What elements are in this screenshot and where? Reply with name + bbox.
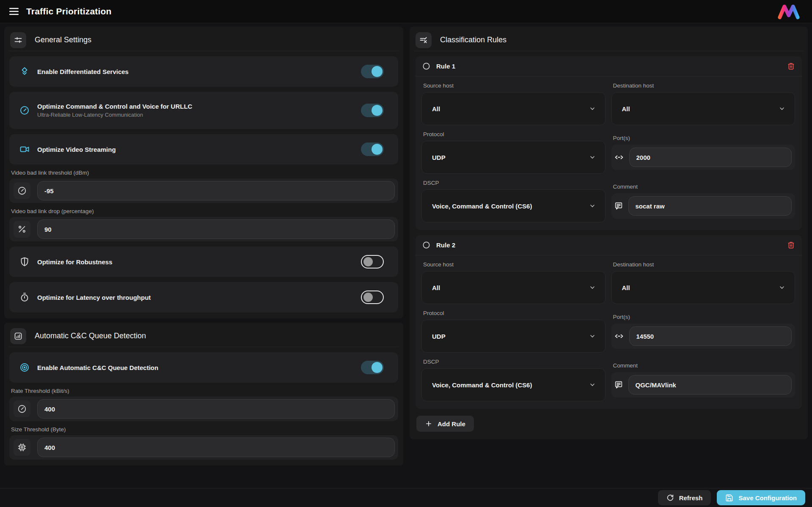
setting-sublabel: Ultra-Reliable Low-Latency Communication	[37, 112, 192, 118]
rule-1-header: Rule 1	[416, 56, 802, 77]
chevron-down-icon	[589, 154, 596, 161]
classification-rules-panel: Classification Rules Rule 1 Source host	[410, 27, 808, 439]
trash-icon[interactable]	[787, 241, 795, 249]
protocol-select[interactable]: UDP	[421, 320, 606, 353]
classification-rules-header: Classification Rules	[414, 29, 804, 51]
auto-detection-title: Automatic C&C Queue Detection	[35, 332, 146, 340]
refresh-button[interactable]: Refresh	[658, 490, 711, 505]
source-host-select[interactable]: All	[421, 271, 606, 304]
chevron-down-icon	[779, 105, 785, 112]
setting-row-differentiated-services: Enable Differentiated Services	[9, 56, 398, 87]
toggle-auto-detect[interactable]	[361, 361, 384, 374]
destination-host-select[interactable]: All	[611, 92, 795, 125]
rule-2-fields: Source host All Destination host All	[416, 255, 802, 409]
ports-input[interactable]	[629, 148, 792, 167]
field-video-threshold: Video bad link threshold (dBm)	[9, 170, 398, 203]
toggle-latency[interactable]	[361, 290, 384, 304]
input-row	[9, 178, 398, 203]
ports-row	[611, 145, 795, 170]
setting-label: Optimize for Latency over throughput	[37, 294, 151, 301]
rule-card-2: Rule 2 Source host All Destination	[416, 235, 802, 409]
add-rule-label: Add Rule	[438, 420, 465, 428]
destination-host-select[interactable]: All	[611, 271, 795, 304]
field-label: Video bad link drop (percentage)	[11, 208, 397, 214]
source-host-select[interactable]: All	[421, 92, 606, 125]
toggle-differentiated-services[interactable]	[361, 65, 384, 78]
top-bar: Traffic Prioritization	[0, 0, 812, 23]
field-rate-threshold: Rate Threshold (kBit/s)	[9, 388, 398, 421]
save-icon	[725, 494, 733, 502]
save-configuration-button[interactable]: Save Configuration	[717, 490, 805, 505]
field-size-threshold: Size Threshold (Byte)	[9, 426, 398, 460]
comment-input[interactable]	[628, 196, 792, 216]
select-value: UDP	[432, 333, 446, 340]
target-icon	[19, 362, 30, 373]
sliders-icon	[10, 32, 26, 48]
gauge-icon	[14, 400, 30, 417]
field-label: Comment	[613, 362, 795, 369]
bar-chart-icon	[10, 328, 26, 344]
rule-name: Rule 1	[436, 63, 455, 70]
field-label: Size Threshold (Byte)	[11, 426, 397, 433]
video-threshold-input[interactable]	[37, 181, 395, 200]
setting-row-auto-detect: Enable Automatic C&C Queue Detection	[9, 352, 398, 383]
save-configuration-label: Save Configuration	[738, 494, 797, 502]
setting-label: Optimize for Robustness	[37, 258, 113, 266]
field-label: Source host	[423, 261, 606, 268]
video-drop-input[interactable]	[37, 219, 395, 239]
select-value: All	[622, 105, 630, 112]
size-threshold-input[interactable]	[37, 438, 395, 457]
field-label: Source host	[423, 82, 606, 89]
toggle-robustness[interactable]	[361, 255, 384, 269]
comment-icon	[614, 380, 623, 389]
refresh-label: Refresh	[679, 494, 703, 502]
general-settings-title: General Settings	[35, 36, 91, 44]
input-row	[9, 397, 398, 421]
general-settings-panel: General Settings Enable Differentiated S…	[4, 27, 403, 318]
setting-label: Optimize Command & Control and Voice for…	[37, 103, 192, 110]
comment-icon	[614, 201, 623, 211]
left-column: General Settings Enable Differentiated S…	[4, 27, 403, 466]
setting-row-urllc: Optimize Command & Control and Voice for…	[9, 92, 398, 129]
video-icon	[19, 144, 30, 154]
select-value: All	[432, 105, 440, 112]
menu-icon[interactable]	[7, 4, 21, 19]
add-rule-button[interactable]: Add Rule	[416, 416, 474, 432]
dscp-select[interactable]: Voice, Command & Control (CS6)	[421, 368, 606, 401]
toggle-video-streaming[interactable]	[361, 143, 384, 156]
bottom-bar: Refresh Save Configuration	[0, 488, 812, 507]
circle-icon	[422, 241, 430, 249]
field-label: Protocol	[423, 310, 606, 316]
gauge-icon	[14, 182, 30, 199]
setting-label: Enable Automatic C&C Queue Detection	[37, 364, 158, 371]
chevron-down-icon	[589, 333, 596, 340]
rule-card-1: Rule 1 Source host All Destination	[416, 56, 802, 230]
chevron-down-icon	[589, 105, 596, 112]
protocol-select[interactable]: UDP	[421, 141, 606, 174]
rule-2-header: Rule 2	[416, 235, 802, 255]
code-icon	[614, 331, 624, 341]
percent-icon	[14, 221, 30, 238]
general-settings-header: General Settings	[8, 29, 399, 51]
list-x-icon	[416, 32, 432, 48]
comment-input[interactable]	[628, 375, 792, 395]
toggle-urllc[interactable]	[361, 104, 384, 117]
trash-icon[interactable]	[787, 62, 795, 70]
field-label: Video bad link threshold (dBm)	[11, 170, 397, 176]
classification-rules-title: Classification Rules	[440, 36, 506, 44]
chevron-down-icon	[779, 284, 785, 291]
setting-label: Enable Differentiated Services	[37, 68, 129, 75]
page-title: Traffic Prioritization	[26, 6, 112, 16]
setting-label: Optimize Video Streaming	[37, 146, 116, 153]
rule-name: Rule 2	[436, 241, 455, 249]
cpu-icon	[14, 439, 30, 456]
dscp-select[interactable]: Voice, Command & Control (CS6)	[421, 189, 606, 222]
auto-detection-panel: Automatic C&C Queue Detection Enable Aut…	[4, 323, 403, 466]
select-value: All	[432, 284, 440, 291]
ports-input[interactable]	[629, 326, 792, 346]
rate-threshold-input[interactable]	[37, 399, 395, 419]
gauge-icon	[19, 105, 30, 115]
plus-icon	[425, 420, 432, 428]
field-video-drop: Video bad link drop (percentage)	[9, 208, 398, 241]
input-row	[9, 435, 398, 460]
